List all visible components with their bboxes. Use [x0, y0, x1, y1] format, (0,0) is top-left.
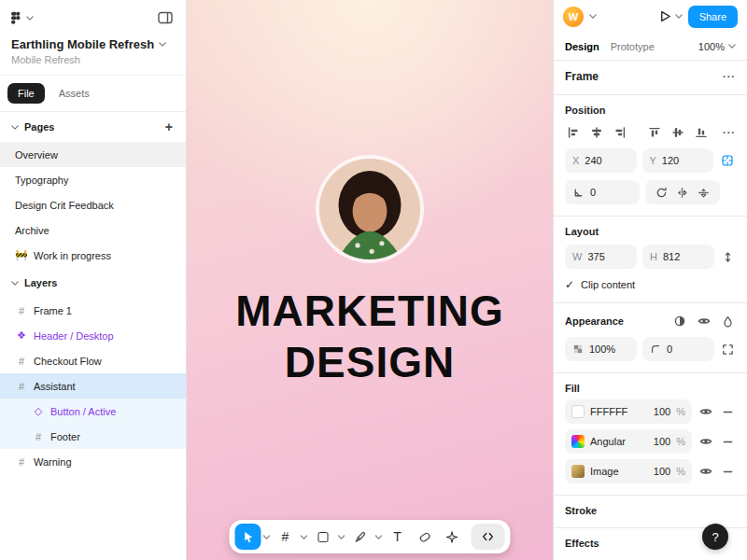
styles-droplet-icon[interactable] — [720, 314, 736, 329]
move-tool-chevron[interactable] — [262, 535, 272, 539]
layer-item-assistant[interactable]: # Assistant — [0, 373, 186, 399]
draw-tool[interactable] — [412, 524, 438, 550]
align-top-icon[interactable] — [646, 124, 663, 141]
constraints-icon[interactable] — [719, 152, 736, 169]
tab-prototype[interactable]: Prototype — [611, 41, 655, 52]
canvas-heading[interactable]: MARKETING DESIGN — [187, 286, 553, 388]
tab-design[interactable]: Design — [565, 41, 599, 52]
align-vertical-center-icon[interactable] — [669, 124, 686, 141]
shape-tool[interactable] — [310, 524, 336, 550]
appearance-section-title: Appearance — [565, 315, 624, 327]
layer-item-frame-1[interactable]: # Frame 1 — [0, 298, 186, 323]
layers-section-header[interactable]: Layers — [0, 268, 186, 298]
remove-fill-icon[interactable] — [720, 404, 736, 420]
page-item-archive[interactable]: Archive — [0, 217, 186, 243]
page-item-work-in-progress[interactable]: 🚧 Work in progress — [0, 243, 186, 268]
pages-section-header[interactable]: Pages + — [0, 112, 186, 142]
frame-tool[interactable]: # — [273, 524, 299, 550]
align-right-icon[interactable] — [612, 124, 628, 141]
clip-content-checkbox[interactable]: ✓ Clip content — [565, 278, 736, 291]
toggle-sidebar-icon[interactable] — [156, 9, 175, 26]
fill-opacity-value: 100 — [654, 406, 670, 417]
fill-image-field[interactable]: Image 100 % — [565, 459, 692, 483]
rotate-90-icon[interactable] — [654, 185, 669, 201]
chevron-down-icon — [11, 125, 19, 130]
file-title[interactable]: Earthling Mobile Refresh — [11, 37, 175, 51]
avatar-chevron-icon[interactable] — [589, 14, 597, 19]
fill-visibility-icon[interactable] — [698, 403, 714, 420]
blend-mode-icon[interactable] — [671, 313, 688, 329]
check-icon: ✓ — [565, 278, 574, 291]
layer-item-button-active[interactable]: ◇ Button / Active — [0, 399, 186, 424]
layer-item-warning[interactable]: # Warning — [0, 449, 186, 474]
tab-assets[interactable]: Assets — [49, 83, 100, 104]
chevron-down-icon — [11, 281, 19, 286]
actions-tool[interactable] — [439, 524, 465, 550]
y-position-value: 120 — [662, 155, 679, 166]
remove-fill-icon[interactable] — [720, 434, 736, 450]
share-button[interactable]: Share — [688, 6, 738, 28]
present-button[interactable] — [658, 9, 683, 23]
pen-tool-chevron[interactable] — [374, 535, 384, 539]
fill-visibility-icon[interactable] — [698, 433, 714, 450]
text-tool[interactable]: T — [385, 524, 411, 550]
user-avatar[interactable]: W — [563, 7, 584, 27]
flip-vertical-icon[interactable] — [696, 185, 712, 201]
x-position-field[interactable]: X 240 — [565, 148, 637, 173]
layer-item-checkout-flow[interactable]: # Checkout Flow — [0, 348, 186, 373]
align-horizontal-center-icon[interactable] — [588, 124, 605, 141]
portrait-photo — [319, 159, 420, 259]
rotation-field[interactable]: 0 — [565, 180, 640, 204]
height-field[interactable]: H 812 — [642, 245, 714, 269]
layer-item-footer[interactable]: # Footer — [0, 424, 186, 449]
shape-tool-chevron[interactable] — [337, 535, 346, 539]
layer-item-header-desktop[interactable]: ❖ Header / Desktop — [0, 323, 186, 348]
dev-mode-toggle[interactable] — [472, 524, 505, 550]
main-menu[interactable] — [11, 11, 34, 25]
move-tool[interactable] — [235, 524, 261, 550]
page-item-overview[interactable]: Overview — [0, 142, 186, 167]
frame-more-icon[interactable]: ··· — [723, 71, 736, 82]
page-item-typography[interactable]: Typography — [0, 167, 186, 192]
align-left-icon[interactable] — [565, 124, 582, 141]
component-icon: ❖ — [15, 329, 28, 342]
remove-fill-icon[interactable] — [720, 464, 736, 480]
visibility-icon[interactable] — [696, 313, 712, 329]
width-field[interactable]: W 375 — [565, 245, 637, 269]
gradient-swatch[interactable] — [571, 435, 585, 448]
pen-tool[interactable] — [347, 524, 374, 550]
zoom-chevron-icon — [728, 44, 736, 49]
layers-header-label: Layers — [24, 277, 57, 288]
fill-gradient-field[interactable]: Angular 100 % — [565, 429, 692, 454]
position-section: Position ··· — [554, 95, 747, 217]
frame-icon: # — [15, 305, 28, 316]
canvas[interactable]: MARKETING DESIGN # T — [187, 0, 553, 560]
inspector-top-bar: W Share — [554, 0, 747, 33]
help-button[interactable]: ? — [702, 524, 728, 550]
sidebar-top-bar — [0, 0, 186, 35]
width-value: 375 — [587, 251, 604, 262]
stroke-section-title: Stroke — [565, 505, 597, 516]
fill-color-field[interactable]: FFFFFF 100 % — [565, 399, 692, 424]
alignment-more-icon[interactable]: ··· — [723, 127, 736, 138]
frame-section-title: Frame — [565, 70, 599, 83]
color-swatch-white[interactable] — [571, 405, 585, 418]
y-position-field[interactable]: Y 120 — [642, 148, 714, 173]
tab-file[interactable]: File — [7, 83, 45, 104]
add-page-icon[interactable]: + — [163, 119, 175, 134]
avatar[interactable] — [319, 159, 420, 259]
pages-header-label: Pages — [24, 121, 54, 133]
flip-horizontal-icon[interactable] — [674, 185, 690, 201]
image-swatch[interactable] — [571, 465, 585, 478]
zoom-control[interactable]: 100% — [698, 41, 736, 52]
constrain-proportions-icon[interactable] — [720, 249, 736, 265]
opacity-field[interactable]: 100% — [565, 337, 637, 361]
fill-visibility-icon[interactable] — [698, 463, 714, 480]
pen-icon — [353, 530, 367, 544]
height-value: 812 — [663, 251, 680, 262]
corner-radius-field[interactable]: 0 — [642, 337, 714, 361]
frame-tool-chevron[interactable] — [300, 535, 309, 539]
independent-corners-icon[interactable] — [720, 342, 736, 357]
page-item-design-crit-feedback[interactable]: Design Crit Feedback — [0, 192, 186, 217]
align-bottom-icon[interactable] — [693, 124, 710, 141]
